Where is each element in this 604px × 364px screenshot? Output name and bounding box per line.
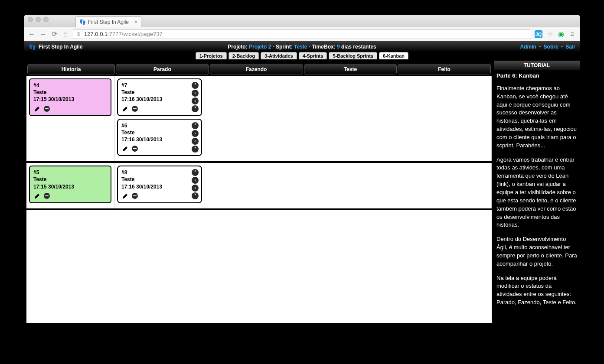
tutorial-panel: TUTORIAL Parte 6: Kanban Finalmente cheg… [494, 61, 580, 325]
svg-rect-5 [133, 148, 137, 149]
task-card[interactable]: ˄›‹˅#8Teste17:16 30/10/2013 [117, 166, 202, 203]
bookmark-star-icon[interactable]: ☆ [546, 30, 554, 38]
card-title: Teste [121, 129, 198, 136]
card-id: #8 [121, 169, 198, 176]
column-header-parado: Parado [116, 64, 209, 75]
nav-tab[interactable]: 3-Atividades [261, 52, 297, 59]
column-header-teste: Teste [304, 64, 397, 75]
app-header: 👣 First Step In Agile Projeto: Projeto 2… [24, 41, 580, 52]
svg-rect-1 [45, 108, 49, 109]
card-id: #7 [121, 82, 198, 89]
page-icon: 🗎 [76, 31, 82, 37]
delete-icon[interactable] [43, 192, 51, 200]
move-up-icon[interactable]: ˄ [192, 122, 199, 129]
url-port: :7777 [108, 31, 122, 37]
window-minimize-icon[interactable] [36, 17, 41, 22]
tutorial-subtitle: Parte 6: Kanban [496, 72, 577, 80]
card-timestamp: 17:16 30/10/2013 [121, 136, 198, 143]
sprint-link[interactable]: Teste [294, 44, 307, 50]
tutorial-paragraph: Agora vamos trabalhar e entrar todas as … [496, 156, 577, 230]
delete-icon[interactable] [131, 145, 139, 153]
delete-icon[interactable] [131, 192, 139, 200]
about-link[interactable]: Sobre [544, 44, 558, 50]
card-timestamp: 17:16 30/10/2013 [121, 96, 198, 103]
card-timestamp: 17:16 30/10/2013 [121, 183, 198, 190]
move-left-icon[interactable]: ‹ [192, 98, 199, 104]
url-path: /wicket/page?37 [122, 31, 163, 37]
nav-tab[interactable]: 6-Kanban [379, 52, 408, 59]
edit-icon[interactable] [121, 192, 129, 200]
nav-tab[interactable]: 4-Sprints [299, 52, 327, 59]
admin-link[interactable]: Admin [520, 44, 536, 50]
tutorial-paragraph: Dentro do Desenvolvimento Ágil, é muito … [496, 235, 577, 268]
card-id: #6 [121, 122, 198, 129]
column-header-historia: Historia [27, 64, 115, 75]
project-link[interactable]: Projeto 2 [249, 44, 271, 50]
story-card[interactable]: #5Teste17:15 30/10/2013 [29, 166, 111, 203]
nav-tab[interactable]: 5-Backlog Sprints [329, 52, 377, 59]
kanban-lane: #4Teste17:15 30/10/2013˄›‹˅#7Teste17:16 … [26, 76, 492, 163]
back-icon[interactable]: ← [28, 30, 36, 38]
move-up-icon[interactable]: ˄ [192, 169, 199, 176]
card-timestamp: 17:15 30/10/2013 [33, 183, 107, 190]
tutorial-header: TUTORIAL [494, 61, 580, 70]
address-bar[interactable]: 🗎 127.0.0.1:7777/wicket/page?37 [73, 29, 531, 39]
forward-icon[interactable]: → [39, 30, 47, 38]
reload-icon[interactable]: ⟳ [50, 30, 58, 38]
nav-tab[interactable]: 2-Backlog [229, 52, 259, 59]
url-host: 127.0.0.1 [84, 31, 108, 37]
card-id: #4 [33, 82, 107, 89]
logout-link[interactable]: Sair [565, 44, 575, 50]
favicon-icon: 👣 [79, 19, 85, 25]
svg-rect-7 [45, 195, 49, 196]
move-left-icon[interactable]: ‹ [192, 185, 199, 192]
kanban-lane: #5Teste17:15 30/10/2013˄›‹˅#8Teste17:16 … [26, 163, 492, 210]
titlebar: 👣 First Step In Agile × [24, 15, 580, 27]
extension-green-icon[interactable]: ◉ [557, 30, 565, 38]
nav-tabs: 1-Projetos2-Backlog3-Atividades4-Sprints… [24, 52, 580, 61]
svg-rect-9 [133, 195, 137, 196]
tab-close-icon[interactable]: × [134, 19, 137, 25]
edit-icon[interactable] [121, 105, 129, 113]
edit-icon[interactable] [33, 105, 41, 113]
timebox-value: 9 [337, 44, 340, 50]
card-title: Teste [33, 89, 107, 96]
move-down-icon[interactable]: ˅ [192, 146, 199, 153]
column-header-fazendo: Fazendo [210, 64, 303, 75]
move-right-icon[interactable]: › [192, 90, 199, 97]
nav-tab[interactable]: 1-Projetos [196, 52, 227, 59]
column-header-feito: Feito [398, 64, 491, 75]
story-card[interactable]: #4Teste17:15 30/10/2013 [29, 78, 111, 116]
move-down-icon[interactable]: ˅ [192, 192, 199, 199]
header-status: Projeto: Projeto 2 - Sprint: Teste - Tim… [24, 44, 580, 50]
card-title: Teste [33, 176, 107, 183]
tutorial-paragraph: Na tela a equipe poderá modificar o esta… [496, 274, 577, 307]
card-timestamp: 17:15 30/10/2013 [33, 96, 107, 103]
browser-tab[interactable]: 👣 First Step In Agile × [75, 16, 141, 27]
task-card[interactable]: ˄›‹˅#7Teste17:16 30/10/2013 [117, 78, 202, 116]
kanban-board: Historia Parado Fazendo Teste Feito #4Te… [24, 61, 494, 325]
window-close-icon[interactable] [28, 17, 33, 22]
move-down-icon[interactable]: ˅ [192, 105, 199, 112]
delete-icon[interactable] [131, 105, 139, 113]
task-card[interactable]: ˄›‹˅#6Teste17:16 30/10/2013 [117, 119, 202, 156]
tutorial-paragraph: Finalmente chegamos ao Kanban, se você c… [496, 84, 577, 150]
card-id: #5 [33, 169, 107, 176]
home-icon[interactable]: ⌂ [62, 30, 69, 38]
edit-icon[interactable] [121, 145, 129, 153]
move-up-icon[interactable]: ˄ [192, 82, 199, 89]
card-title: Teste [121, 176, 198, 183]
browser-navbar: ← → ⟳ ⌂ 🗎 127.0.0.1:7777/wicket/page?37 … [24, 27, 580, 41]
browser-window: 👣 First Step In Agile × ← → ⟳ ⌂ 🗎 127.0.… [24, 15, 580, 325]
tab-title: First Step In Agile [88, 19, 129, 25]
move-right-icon[interactable]: › [192, 130, 199, 137]
svg-rect-3 [133, 108, 137, 109]
browser-menu-icon[interactable]: ≡ [568, 30, 576, 38]
move-right-icon[interactable]: › [192, 177, 199, 184]
card-title: Teste [121, 89, 198, 96]
edit-icon[interactable] [33, 192, 41, 200]
move-left-icon[interactable]: ‹ [192, 138, 199, 145]
window-zoom-icon[interactable] [43, 17, 49, 22]
extension-jq-icon[interactable]: JQ [535, 30, 542, 38]
delete-icon[interactable] [43, 105, 51, 113]
